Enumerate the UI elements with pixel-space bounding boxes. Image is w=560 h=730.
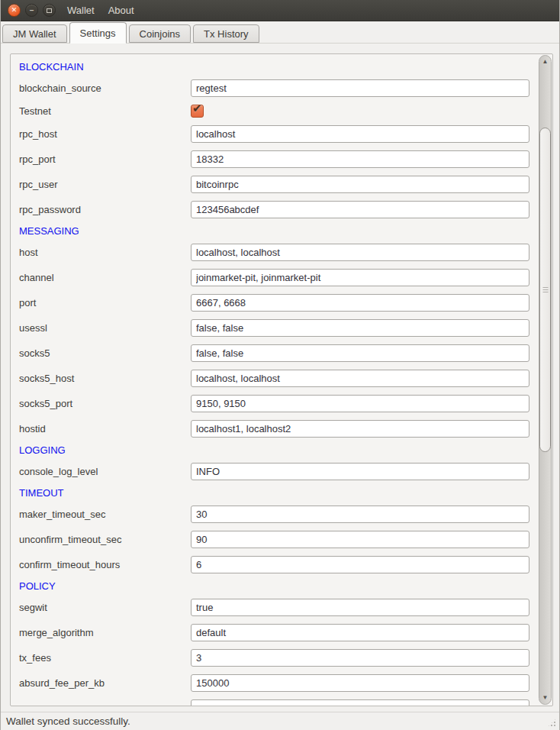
merge_algorithm-input[interactable] (191, 624, 529, 641)
menu-about[interactable]: About (107, 3, 136, 18)
wallet-window: ✕ – Wallet About JM WalletSettingsCoinjo… (0, 0, 560, 730)
field-label: console_log_level (19, 466, 191, 477)
window-controls: ✕ – (8, 4, 56, 17)
settings-row: usessl (19, 319, 537, 337)
scroll-up-icon[interactable]: ▲ (539, 59, 551, 65)
usessl-input[interactable] (191, 319, 529, 337)
segwit-input[interactable] (191, 599, 529, 616)
field-label: rpc_password (19, 204, 191, 215)
settings-scroll-area: BLOCKCHAINblockchain_sourceTestnet✔rpc_h… (10, 53, 553, 706)
settings-row: absurd_fee_per_kb (19, 674, 537, 692)
field-label: socks5 (19, 347, 191, 359)
field-label: tx_fees (19, 652, 191, 664)
settings-row: merge_algorithm (19, 624, 537, 641)
scroll-down-icon[interactable]: ▼ (539, 695, 551, 701)
port-input[interactable] (191, 294, 529, 312)
tabbar: JM WalletSettingsCoinjoinsTx History (1, 21, 559, 44)
host-input[interactable] (191, 244, 529, 261)
settings-row: unconfirm_timeout_sec (19, 531, 537, 548)
tx_fees-input[interactable] (191, 649, 529, 667)
absurd_fee_per_kb-input[interactable] (191, 674, 529, 692)
rpc_user-input[interactable] (191, 176, 529, 193)
console_log_level-input[interactable] (191, 463, 529, 480)
section-header-messaging: MESSAGING (19, 226, 537, 236)
tab-settings[interactable]: Settings (69, 22, 127, 44)
settings-row: socks5_host (19, 370, 537, 387)
settings-row: channel (19, 269, 537, 286)
channel-input[interactable] (191, 269, 529, 286)
section-header-policy: POLICY (19, 581, 537, 591)
settings-row: Testnet✔ (19, 105, 537, 118)
scrollbar-grip-icon (542, 287, 548, 293)
settings-row: blockchain_source (19, 79, 537, 97)
statusbar: Wallet synced successfully. (1, 712, 559, 730)
confirm_timeout_hours-input[interactable] (191, 556, 529, 573)
field-label: confirm_timeout_hours (19, 559, 191, 570)
menu-wallet[interactable]: Wallet (66, 3, 96, 18)
settings-row: rpc_port (19, 150, 537, 168)
checkmark-icon: ✔ (192, 102, 202, 115)
section-header-logging: LOGGING (19, 445, 537, 455)
menubar: Wallet About (66, 3, 136, 18)
settings-row: socks5 (19, 344, 537, 362)
settings-row: rpc_user (19, 176, 537, 193)
close-button[interactable]: ✕ (8, 4, 21, 17)
settings-row: confirm_timeout_hours (19, 556, 537, 573)
section-header-blockchain: BLOCKCHAIN (19, 62, 537, 72)
field-label: usessl (19, 322, 191, 334)
field-label: socks5_port (19, 398, 191, 409)
field-label: rpc_user (19, 179, 191, 190)
socks5-input[interactable] (191, 344, 529, 362)
field-label: rpc_host (19, 128, 191, 140)
field-label: hostid (19, 423, 191, 434)
settings-pane: BLOCKCHAINblockchain_sourceTestnet✔rpc_h… (1, 44, 559, 712)
unconfirm_timeout_sec-input[interactable] (191, 531, 529, 548)
settings-fields: BLOCKCHAINblockchain_sourceTestnet✔rpc_h… (11, 54, 537, 706)
settings-row: rpc_host (19, 125, 537, 143)
field-label: unconfirm_timeout_sec (19, 534, 191, 545)
settings-row (19, 699, 537, 706)
field-label: maker_timeout_sec (19, 509, 191, 520)
minimize-button[interactable]: – (25, 4, 38, 17)
field-label: channel (19, 272, 191, 283)
field-label: rpc_port (19, 153, 191, 165)
tab-coinjoins[interactable]: Coinjoins (129, 24, 191, 43)
settings-row: hostid (19, 420, 537, 438)
settings-row: socks5_port (19, 395, 537, 412)
field-label: merge_algorithm (19, 627, 191, 638)
scrollbar-thumb[interactable] (539, 128, 551, 452)
tab-jm-wallet[interactable]: JM Wallet (2, 24, 67, 43)
maker_timeout_sec-input[interactable] (191, 506, 529, 523)
field-label: blockchain_source (19, 82, 191, 94)
field-label: Testnet (19, 105, 191, 117)
vertical-scrollbar[interactable]: ▲ ▼ (539, 55, 552, 705)
testnet-checkbox[interactable]: ✔ (191, 105, 204, 118)
field-label: port (19, 297, 191, 308)
blockchain_source-input[interactable] (191, 79, 529, 97)
settings-row: rpc_password (19, 201, 537, 218)
settings-row: segwit (19, 599, 537, 616)
tab-tx-history[interactable]: Tx History (193, 24, 259, 43)
hostid-input[interactable] (191, 420, 529, 438)
settings-row: tx_fees (19, 649, 537, 667)
socks5_port-input[interactable] (191, 395, 529, 412)
rpc_password-input[interactable] (191, 201, 529, 218)
settings-row: maker_timeout_sec (19, 506, 537, 523)
rpc_host-input[interactable] (191, 125, 529, 143)
field-label: socks5_host (19, 373, 191, 384)
settings-row: host (19, 244, 537, 261)
socks5_host-input[interactable] (191, 370, 529, 387)
minimize-icon: – (30, 7, 34, 15)
field-label: segwit (19, 602, 191, 613)
field-label: absurd_fee_per_kb (19, 677, 191, 689)
rpc_port-input[interactable] (191, 150, 529, 168)
titlebar[interactable]: ✕ – Wallet About (1, 0, 559, 21)
settings-row: console_log_level (19, 463, 537, 480)
settings-row: port (19, 294, 537, 312)
setting-input[interactable] (191, 699, 529, 706)
maximize-icon (47, 8, 52, 13)
resize-grip-icon[interactable] (547, 718, 557, 728)
close-icon: ✕ (11, 7, 18, 14)
field-label: host (19, 247, 191, 258)
maximize-button[interactable] (43, 4, 56, 17)
